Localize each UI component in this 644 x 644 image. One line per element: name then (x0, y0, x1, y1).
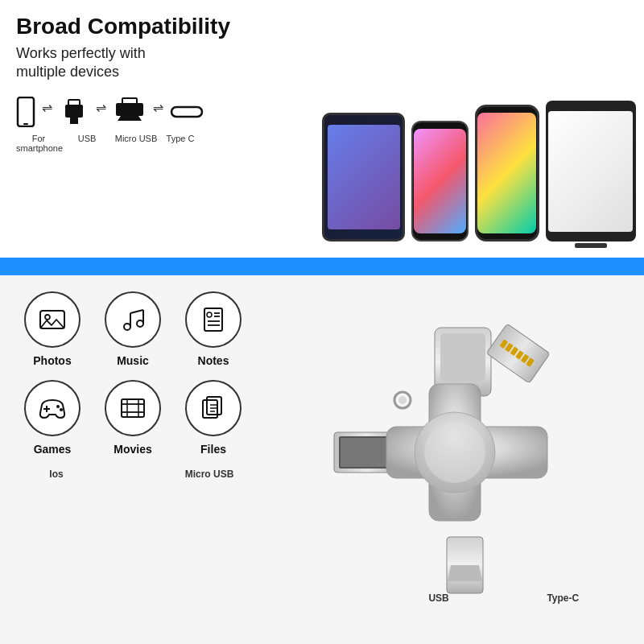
label-typec-right: Type-C (547, 592, 579, 604)
label-micro-usb-2: Micro USB (169, 469, 250, 480)
files-icon (199, 394, 228, 423)
label-ios: Ios (16, 469, 97, 480)
connector-row: ⇌ ⇌ ⇌ (16, 97, 322, 127)
device-phone-tall (411, 121, 468, 242)
svg-point-12 (137, 320, 143, 327)
label-usb-right: USB (428, 592, 448, 604)
feature-notes: Notes (177, 291, 250, 367)
games-label: Games (34, 443, 72, 456)
music-circle (105, 291, 161, 348)
svg-rect-9 (40, 311, 64, 328)
micro-usb-icon (113, 97, 147, 127)
micro-usb-connector (113, 97, 147, 127)
svg-point-11 (124, 324, 130, 330)
photos-label: Photos (33, 354, 71, 367)
notes-circle (185, 291, 242, 348)
broad-subtitle: Works perfectly withmultiple devices (16, 44, 322, 82)
label-micro-usb-bottom (97, 469, 169, 480)
usb-drive-svg (310, 308, 616, 597)
connector-type-labels: USB Type-C (282, 592, 628, 604)
type-c-icon (170, 103, 204, 121)
smartphone-icon (16, 97, 35, 127)
svg-rect-0 (18, 97, 34, 126)
smartphone-connector (16, 97, 35, 127)
usb-drive-area: USB Type-C (290, 291, 636, 613)
top-left-content: Broad Compatibility Works perfectly with… (16, 14, 322, 153)
svg-point-25 (60, 408, 63, 411)
svg-point-53 (424, 422, 485, 483)
feature-files: Files (177, 380, 250, 456)
usb-drive (310, 308, 616, 597)
svg-point-24 (56, 405, 60, 408)
games-icon (38, 394, 67, 423)
feature-photos: Photos (16, 291, 89, 367)
stand-screen (548, 111, 633, 232)
notes-label: Notes (198, 354, 229, 367)
movies-label: Movies (114, 443, 151, 456)
music-label: Music (117, 354, 149, 367)
photos-icon (38, 305, 67, 334)
svg-rect-3 (70, 118, 78, 124)
arrow-3: ⇌ (153, 100, 163, 123)
games-circle (24, 380, 80, 436)
blue-stripe (0, 258, 644, 275)
usb-icon (59, 97, 89, 127)
top-section: Broad Compatibility Works perfectly with… (0, 0, 644, 258)
label-usb: USB (66, 134, 108, 153)
phone-large-screen (477, 113, 536, 233)
svg-marker-49 (448, 565, 482, 581)
svg-rect-40 (440, 333, 485, 382)
feature-movies: Movies (97, 380, 169, 456)
connector-label-row: For smartphone USB Micro USB Type C (16, 134, 322, 153)
broad-title: Broad Compatibility (16, 14, 322, 39)
label-microusb: Micro USB (113, 134, 159, 153)
svg-rect-8 (171, 107, 202, 117)
devices-area (314, 0, 644, 250)
usb-connector (59, 97, 89, 127)
phone-tall-screen (414, 129, 466, 233)
features-grid: Photos Music (16, 291, 266, 456)
files-circle (185, 380, 242, 436)
arrow-2: ⇌ (96, 100, 106, 123)
svg-rect-38 (341, 438, 390, 467)
bottom-connector-labels: Ios Micro USB (16, 469, 250, 480)
device-tablet (322, 113, 405, 242)
bottom-section: Photos Music (0, 275, 644, 644)
svg-point-10 (45, 315, 50, 320)
music-icon (118, 305, 147, 334)
svg-marker-6 (118, 116, 142, 121)
photos-circle (24, 291, 80, 348)
stand-base (575, 243, 607, 248)
files-label: Files (200, 443, 226, 456)
notes-icon (199, 305, 228, 334)
svg-point-17 (207, 312, 212, 317)
feature-games: Games (16, 380, 89, 456)
device-stand-tablet (546, 101, 636, 242)
svg-rect-16 (204, 308, 222, 331)
movies-icon (118, 394, 147, 423)
arrow-1: ⇌ (42, 100, 52, 123)
type-c-connector (170, 103, 204, 121)
svg-point-55 (398, 396, 407, 404)
svg-rect-1 (23, 123, 28, 125)
svg-rect-26 (122, 399, 144, 417)
feature-music: Music (97, 291, 169, 367)
svg-line-15 (130, 310, 143, 313)
label-typec: Type C (164, 134, 196, 153)
tablet-screen (328, 125, 400, 229)
bottom-left: Photos Music (16, 291, 266, 480)
devices-display (314, 0, 644, 250)
movies-circle (105, 380, 161, 436)
label-smartphone: For smartphone (16, 134, 61, 153)
device-phone-large (475, 105, 539, 242)
